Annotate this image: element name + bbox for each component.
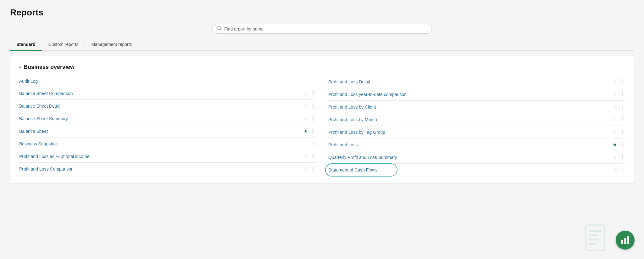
report-actions: ☆: [311, 141, 316, 147]
svg-rect-5: [586, 225, 605, 250]
report-actions: ☆ ⋮: [613, 91, 625, 97]
reports-page: Reports Standard Custom reports Manageme…: [0, 0, 644, 259]
more-options-icon[interactable]: ⋮: [619, 104, 625, 110]
list-item: Profit and Loss as % of total income ☆ ⋮: [19, 150, 316, 163]
report-actions: ☆ ⋮: [613, 129, 625, 135]
list-item: Quarterly Profit and Loss Summary ☆ ⋮: [328, 151, 625, 164]
star-icon[interactable]: ☆: [613, 91, 617, 97]
report-actions: ★ ⋮: [303, 128, 316, 134]
report-name[interactable]: Audit Log: [19, 79, 38, 84]
star-icon[interactable]: ☆: [303, 90, 308, 96]
star-filled-icon[interactable]: ★: [613, 142, 617, 148]
report-name[interactable]: Profit and Loss by Month: [328, 117, 377, 122]
more-options-icon[interactable]: ⋮: [310, 90, 316, 96]
more-options-icon[interactable]: ⋮: [310, 166, 316, 172]
report-actions: ★ ⋮: [613, 142, 625, 148]
report-actions: ☆ ⋮: [613, 167, 625, 173]
report-name[interactable]: Profit and Loss year-to-date comparison: [328, 92, 407, 97]
more-options-icon[interactable]: ⋮: [619, 91, 625, 97]
section-header: ▾ Business overview: [19, 64, 625, 70]
list-item: Profit and Loss Detail ☆ ⋮: [328, 76, 625, 88]
list-item: Profit and Loss year-to-date comparison …: [328, 88, 625, 101]
more-options-icon[interactable]: ⋮: [619, 154, 625, 160]
report-name[interactable]: Profit and Loss by Client: [328, 104, 376, 110]
star-icon[interactable]: ☆: [613, 154, 617, 160]
report-name[interactable]: Balance Sheet Summary: [19, 116, 68, 121]
tab-management[interactable]: Management reports: [85, 39, 138, 51]
report-name[interactable]: Balance Sheet Comparison: [19, 91, 73, 96]
decorative-report-icon: [583, 223, 614, 256]
star-icon[interactable]: ☆: [303, 103, 308, 109]
star-icon[interactable]: ☆: [613, 167, 617, 173]
more-options-icon[interactable]: ⋮: [310, 153, 316, 159]
right-column: Profit and Loss Detail ☆ ⋮ Profit and Lo…: [328, 76, 625, 176]
section-title: Business overview: [24, 64, 75, 70]
more-options-icon[interactable]: ⋮: [619, 116, 625, 122]
star-filled-icon[interactable]: ★: [303, 128, 308, 134]
report-name[interactable]: Profit and Loss Comparison: [19, 166, 74, 172]
chevron-down-icon[interactable]: ▾: [19, 65, 21, 70]
report-actions: ☆ ⋮: [303, 103, 316, 109]
list-item: Balance Sheet ★ ⋮: [19, 125, 316, 138]
report-actions: ☆ ⋮: [303, 166, 316, 172]
search-input[interactable]: [224, 26, 427, 31]
list-item: Profit and Loss ★ ⋮: [328, 138, 625, 151]
report-actions: ☆ ⋮: [613, 104, 625, 110]
report-actions: ☆ ⋮: [303, 90, 316, 96]
report-name-statement-of-cash-flows[interactable]: Statement of Cash Flows: [328, 167, 377, 172]
report-name[interactable]: Balance Sheet Detail: [19, 104, 60, 109]
list-item: Business Snapshot ☆: [19, 138, 316, 150]
report-name[interactable]: Quarterly Profit and Loss Summary: [328, 155, 397, 160]
more-options-icon[interactable]: ⋮: [619, 167, 625, 173]
search-wrapper: [10, 24, 634, 34]
list-item-statement-of-cash-flows: Statement of Cash Flows ☆ ⋮: [328, 164, 625, 176]
report-name[interactable]: Balance Sheet: [19, 129, 48, 134]
svg-rect-7: [589, 234, 598, 236]
report-name[interactable]: Profit and Loss Detail: [328, 79, 370, 84]
list-item: Audit Log: [19, 76, 316, 87]
star-icon[interactable]: ☆: [303, 153, 308, 159]
svg-rect-6: [589, 230, 602, 232]
list-item: Balance Sheet Detail ☆ ⋮: [19, 100, 316, 112]
star-icon[interactable]: ☆: [613, 104, 617, 110]
reports-columns: Audit Log Balance Sheet Comparison ☆ ⋮ B…: [19, 76, 625, 176]
tab-custom[interactable]: Custom reports: [42, 39, 85, 51]
report-actions: ☆ ⋮: [613, 154, 625, 160]
search-bar: [212, 24, 432, 34]
svg-rect-2: [621, 240, 623, 244]
floating-action-button[interactable]: [616, 231, 635, 250]
list-item: Profit and Loss by Client ☆ ⋮: [328, 101, 625, 113]
report-name[interactable]: Business Snapshot: [19, 141, 57, 146]
report-actions: ☆ ⋮: [303, 115, 316, 121]
list-item: Balance Sheet Comparison ☆ ⋮: [19, 87, 316, 100]
more-options-icon[interactable]: ⋮: [310, 128, 316, 134]
more-options-icon[interactable]: ⋮: [619, 142, 625, 148]
main-card: ▾ Business overview Audit Log Balance Sh…: [10, 56, 634, 184]
more-options-icon[interactable]: ⋮: [310, 103, 316, 109]
report-name[interactable]: Profit and Loss by Tag Group: [328, 130, 385, 135]
left-column: Audit Log Balance Sheet Comparison ☆ ⋮ B…: [19, 76, 316, 176]
star-icon[interactable]: ☆: [311, 141, 316, 147]
svg-line-1: [220, 29, 221, 30]
search-icon: [217, 26, 222, 31]
tabs-bar: Standard Custom reports Management repor…: [10, 39, 634, 51]
report-name[interactable]: Profit and Loss: [328, 142, 358, 147]
tab-standard[interactable]: Standard: [10, 39, 42, 51]
more-options-icon[interactable]: ⋮: [310, 115, 316, 121]
star-icon[interactable]: ☆: [613, 116, 617, 122]
list-item: Profit and Loss by Month ☆ ⋮: [328, 113, 625, 126]
star-icon[interactable]: ☆: [303, 166, 308, 172]
svg-rect-3: [624, 238, 626, 244]
svg-rect-4: [627, 236, 629, 244]
star-icon[interactable]: ☆: [303, 115, 308, 121]
svg-rect-9: [589, 243, 597, 245]
report-actions: ☆ ⋮: [613, 116, 625, 122]
report-actions: ☆ ⋮: [613, 79, 625, 85]
star-icon[interactable]: ☆: [613, 79, 617, 85]
page-title: Reports: [10, 8, 634, 18]
report-name[interactable]: Profit and Loss as % of total income: [19, 154, 89, 159]
more-options-icon[interactable]: ⋮: [619, 129, 625, 135]
more-options-icon[interactable]: ⋮: [619, 79, 625, 85]
svg-rect-8: [589, 239, 600, 240]
star-icon[interactable]: ☆: [613, 129, 617, 135]
